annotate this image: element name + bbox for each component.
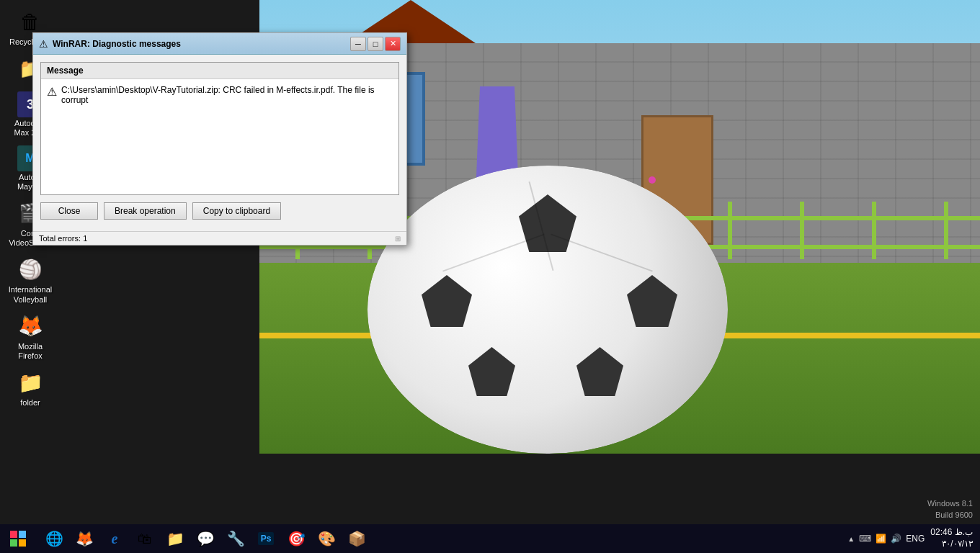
taskbar-icon-store[interactable]: 🛍 <box>130 525 159 552</box>
taskbar-right: ▲ ⌨ 📶 🔊 ENG 02:46 ب.ظ ۳۰/۰۷/۱۳ <box>840 527 980 549</box>
icon-volleyball[interactable]: 🏐 InternationalVolleyball <box>6 255 55 304</box>
start-button[interactable] <box>0 524 36 553</box>
clock-area[interactable]: 02:46 ب.ظ ۳۰/۰۷/۱۳ <box>930 527 973 549</box>
tray-arrow-icon[interactable]: ▲ <box>847 535 855 543</box>
dialog-window: ⚠ WinRAR: Diagnostic messages ─ □ ✕ Mess… <box>32 32 407 246</box>
dialog-title-warning-icon: ⚠ <box>39 38 48 50</box>
taskbar-icon-photoshop[interactable]: Ps <box>251 525 280 552</box>
app8-icon: 🎯 <box>288 530 306 547</box>
dialog-buttons: Close Break operation Copy to clipboard <box>40 202 399 220</box>
keyboard-icon: ⌨ <box>859 534 871 544</box>
system-tray: ▲ ⌨ 📶 🔊 ENG <box>847 534 925 544</box>
win-version-text: Windows 8.1 <box>927 498 973 509</box>
volleyball-icon: 🏐 <box>16 255 45 284</box>
lang-indicator[interactable]: ENG <box>906 534 925 544</box>
dialog-titlebar: ⚠ WinRAR: Diagnostic messages ─ □ ✕ <box>33 33 406 55</box>
copy-to-clipboard-button[interactable]: Copy to clipboard <box>192 202 281 220</box>
taskbar: 🌐 🦊 e 🛍 📁 💬 🔧 Ps � <box>0 524 980 553</box>
icon-label-folder2: folder <box>20 398 40 408</box>
taskbar-icon-firefox[interactable]: 🦊 <box>70 525 99 552</box>
app6-icon: 🔧 <box>227 530 245 547</box>
folder2-icon: 📁 <box>16 368 45 397</box>
explorer-icon: 📁 <box>166 530 184 547</box>
firefox-tb-icon: 🦊 <box>76 530 94 547</box>
desktop: 🗑 Recycle Bin 📁 3 Autode...Max 20... M A… <box>0 0 980 553</box>
message-warning-icon: ⚠ <box>47 85 57 99</box>
taskbar-icon-explorer[interactable]: 📁 <box>161 525 190 552</box>
message-header: Message <box>41 63 398 79</box>
network-icon: 📶 <box>876 534 886 544</box>
taskbar-apps: 🌐 🦊 e 🛍 📁 💬 🔧 Ps � <box>36 525 840 552</box>
chrome-icon: 🌐 <box>45 530 63 547</box>
close-button[interactable]: Close <box>40 202 98 220</box>
ie-icon: e <box>112 531 118 547</box>
icon-firefox[interactable]: 🦊 MozillaFirefox <box>6 312 55 361</box>
message-area: Message ⚠ C:\Users\amin\Desktop\V-RayTut… <box>40 62 399 195</box>
taskbar-icon-ie[interactable]: e <box>100 525 129 552</box>
taskbar-icon-skype[interactable]: 💬 <box>191 525 220 552</box>
volume-icon[interactable]: 🔊 <box>891 534 901 544</box>
taskbar-icon-app6[interactable]: 🔧 <box>221 525 250 552</box>
winrar-icon: 📦 <box>348 530 366 547</box>
icon-label-volleyball: InternationalVolleyball <box>9 285 53 304</box>
status-bar: Total errors: 1 ⊞ <box>33 231 406 245</box>
resize-grip: ⊞ <box>395 235 401 243</box>
icon-folder2[interactable]: 📁 folder <box>6 368 55 408</box>
message-row: ⚠ C:\Users\amin\Desktop\V-RayTutorial.zi… <box>47 85 393 105</box>
winrar-dialog: ⚠ WinRAR: Diagnostic messages ─ □ ✕ Mess… <box>32 32 407 246</box>
status-text: Total errors: 1 <box>39 234 87 243</box>
paint-icon: 🎨 <box>318 530 336 547</box>
photoshop-icon: Ps <box>258 532 275 545</box>
windows-logo-icon <box>10 531 26 547</box>
recycle-bin-icon: 🗑 <box>16 7 45 36</box>
taskbar-icon-paint[interactable]: 🎨 <box>312 525 341 552</box>
dialog-body: Message ⚠ C:\Users\amin\Desktop\V-RayTut… <box>33 55 406 231</box>
store-icon: 🛍 <box>138 531 152 547</box>
win-build-text: Build 9600 <box>927 510 973 521</box>
taskbar-icon-winrar[interactable]: 📦 <box>342 525 371 552</box>
maximize-button[interactable]: □ <box>368 37 383 51</box>
clock-time: 02:46 ب.ظ <box>930 527 973 539</box>
dialog-title-text: WinRAR: Diagnostic messages <box>53 39 349 49</box>
taskbar-icon-chrome[interactable]: 🌐 <box>40 525 68 552</box>
firefox-icon: 🦊 <box>16 312 45 341</box>
close-title-button[interactable]: ✕ <box>385 37 401 51</box>
windows-version-info: Windows 8.1 Build 9600 <box>927 498 973 521</box>
break-operation-button[interactable]: Break operation <box>104 202 187 220</box>
minimize-button[interactable]: ─ <box>350 37 366 51</box>
clock-date: ۳۰/۰۷/۱۳ <box>942 539 973 550</box>
taskbar-icon-app8[interactable]: 🎯 <box>282 525 311 552</box>
message-content: ⚠ C:\Users\amin\Desktop\V-RayTutorial.zi… <box>41 79 398 194</box>
icon-label-firefox: MozillaFirefox <box>18 342 43 361</box>
message-text: C:\Users\amin\Desktop\V-RayTutorial.zip:… <box>61 85 393 105</box>
skype-icon: 💬 <box>197 530 215 547</box>
